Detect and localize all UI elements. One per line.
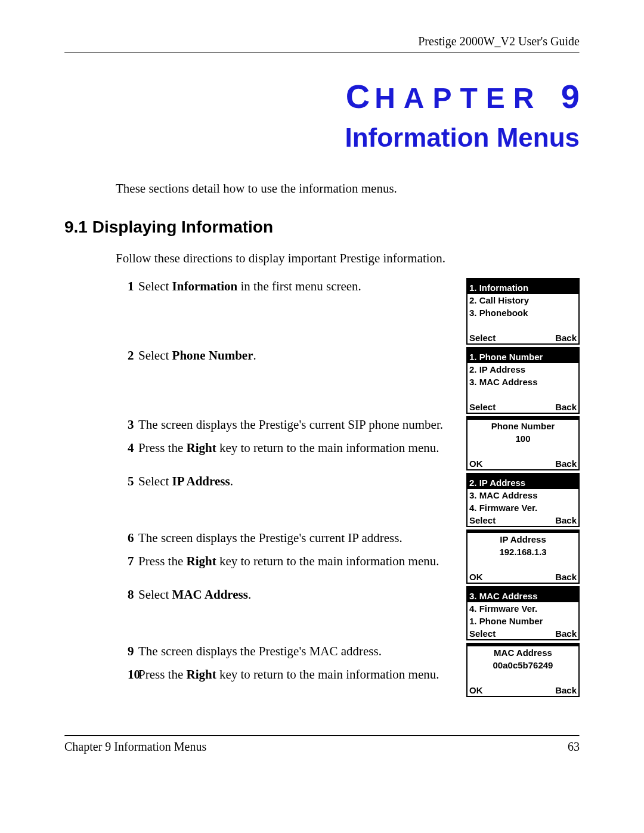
text: in the first menu screen. [237,279,361,293]
screen-4: 2. IP Address 3. MAC Address 4. Firmware… [466,473,580,527]
step-num: 4 [128,439,138,457]
step-row-7: 9 The screen displays the Prestige's MAC… [128,643,580,699]
screen-title: MAC Address [467,646,578,659]
screen-row: 4. Firmware Ver. [467,602,578,615]
bold: Information [172,279,238,293]
screen-row: 2. Call History [467,294,578,306]
step-8: 8 Select MAC Address. [128,586,459,603]
screen-row: 3. MAC Address [467,489,578,501]
step-text: Press the Right key to return to the mai… [138,439,439,457]
step-row-1: 1 Select Information in the first menu s… [128,278,580,347]
softkey-left: OK [469,459,483,469]
step-num: 7 [128,553,138,570]
page-number: 63 [568,740,580,754]
screen-row: 3. MAC Address [467,376,578,388]
screen-title: 1. Phone Number [467,351,578,363]
step-num: 8 [128,586,138,603]
text: key to return to the main information me… [216,667,439,682]
bold: Right [187,554,216,568]
chapter-c: C [346,78,374,115]
screen-title: 3. MAC Address [467,590,578,602]
footer-line: Chapter 9 Information Menus 63 [64,736,580,754]
softkey-right: Back [555,402,577,412]
screen-1: 1. Information 2. Call History 3. Phoneb… [466,278,580,345]
step-3: 3 The screen displays the Prestige's cur… [128,416,459,433]
step-text: Press the Right key to return to the mai… [138,553,439,570]
screen-title: Phone Number [467,420,578,432]
text: Press the [138,441,187,455]
screen-row: 3. Phonebook [467,306,578,319]
section-heading: 9.1 Displaying Information [64,218,580,237]
text: key to return to the main information me… [216,441,439,455]
step-text: The screen displays the Prestige's curre… [138,529,402,547]
document-page: Prestige 2000W_V2 User's Guide CHAPTER 9… [0,0,644,778]
text: . [248,587,251,602]
chapter-title: Information Menus [64,123,580,181]
softkey-left: Select [469,515,496,525]
section-intro: Follow these directions to display impor… [116,251,580,266]
screen-2: 1. Phone Number 2. IP Address 3. MAC Add… [466,347,580,414]
step-5: 5 Select IP Address. [128,473,459,490]
screen-footer: Select Back [467,332,578,343]
screen-blank [467,445,578,457]
screen-blank [467,388,578,401]
step-text: Select IP Address. [138,473,233,490]
screen-blank [467,558,578,571]
screen-value: 192.168.1.3 [467,546,578,558]
step-4: 4 Press the Right key to return to the m… [128,439,459,457]
footer-left: Chapter 9 Information Menus [64,740,206,754]
page-footer: Chapter 9 Information Menus 63 [64,735,580,754]
step-row-2: 2 Select Phone Number. 1. Phone Number 2… [128,347,580,416]
screen-row: 4. Firmware Ver. [467,501,578,514]
chapter-number: 9 [561,78,580,115]
softkey-right: Back [555,333,577,343]
text: Select [138,587,172,602]
bold: Right [187,441,216,455]
screen-footer: Select Back [467,401,578,413]
text: . [230,474,233,488]
screen-footer: OK Back [467,457,578,469]
screen-3: Phone Number 100 OK Back [466,416,580,470]
step-text: The screen displays the Prestige's MAC a… [138,643,382,660]
bold: Right [187,667,216,682]
step-text: The screen displays the Prestige's curre… [138,416,443,433]
bold: IP Address [172,474,230,488]
softkey-right: Back [555,572,577,582]
text: . [253,348,256,363]
step-row-5: 6 The screen displays the Prestige's cur… [128,529,580,586]
screen-footer: OK Back [467,684,578,696]
step-num: 9 [128,643,138,660]
step-num: 2 [128,347,138,364]
text: Press the [138,667,187,682]
bold: MAC Address [172,587,248,602]
softkey-right: Back [555,685,577,695]
steps-screens: 1 Select Information in the first menu s… [128,278,580,699]
screen-footer: Select Back [467,514,578,526]
text: Select [138,474,172,488]
chapter-label-block: CHAPTER 9 [64,53,580,123]
step-row-3: 3 The screen displays the Prestige's cur… [128,416,580,473]
softkey-right: Back [555,459,577,469]
text: Press the [138,554,187,568]
step-row-6: 8 Select MAC Address. 3. MAC Address 4. … [128,586,580,643]
bold: Phone Number [172,348,253,363]
step-num: 6 [128,529,138,547]
screen-title: 2. IP Address [467,476,578,489]
screen-blank [467,319,578,332]
step-9: 9 The screen displays the Prestige's MAC… [128,643,459,660]
screen-blank [467,671,578,684]
screen-7: MAC Address 00a0c5b76249 OK Back [466,643,580,697]
step-num: 10 [128,666,138,683]
softkey-right: Back [555,515,577,525]
text: Select [138,348,172,363]
step-text: Select Information in the first menu scr… [138,278,361,295]
text: Select [138,279,172,293]
softkey-left: Select [469,333,496,343]
screen-title: 1. Information [467,281,578,294]
softkey-left: Select [469,628,496,639]
step-6: 6 The screen displays the Prestige's cur… [128,529,459,547]
text: key to return to the main information me… [216,554,439,568]
screen-5: IP Address 192.168.1.3 OK Back [466,529,580,584]
chapter-rest: HAPTER [374,82,542,114]
step-2: 2 Select Phone Number. [128,347,459,364]
